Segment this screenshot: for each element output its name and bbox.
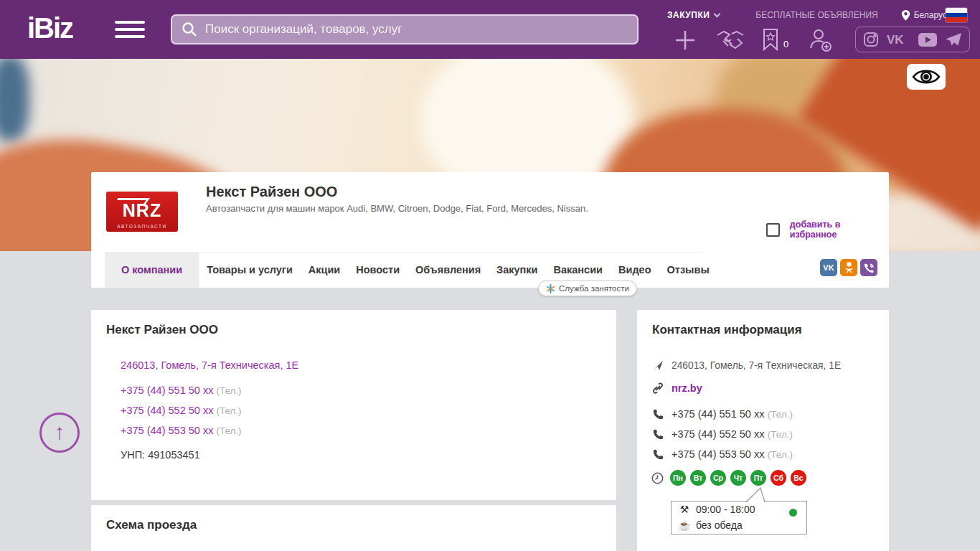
search-icon — [181, 21, 198, 38]
procurement-label: ЗАКУПКИ — [667, 10, 710, 20]
schedule-pointer — [745, 487, 776, 502]
handshake-icon[interactable] — [716, 29, 745, 51]
search-bar — [171, 14, 639, 44]
schedule-hours-row: ⚒ 09:00 - 18:00 — [672, 501, 806, 517]
phone-row: +375 (44) 551 50 xx (Тел.) — [121, 385, 242, 396]
phone-number[interactable]: +375 (44) 552 50 xx — [121, 405, 213, 416]
phone-number[interactable]: +375 (44) 553 50 xx — [672, 448, 764, 460]
contact-phone-row: +375 (44) 552 50 xx (Тел.) — [651, 428, 793, 441]
day-badge[interactable]: Чт — [730, 470, 746, 486]
header-actions: 0 VK — [667, 26, 980, 55]
day-badge[interactable]: Вс — [791, 470, 806, 486]
employment-service-tooltip: Служба занятости — [538, 281, 637, 296]
phone-icon — [653, 429, 664, 440]
add-plus-icon[interactable] — [674, 29, 696, 51]
phone-row: +375 (44) 552 50 xx (Тел.) — [121, 405, 242, 416]
tab-news[interactable]: Новости — [348, 253, 407, 288]
schedule-popup: ⚒ 09:00 - 18:00 ☕ без обеда — [671, 501, 807, 534]
tab-promotions[interactable]: Акции — [301, 253, 348, 288]
phone-number[interactable]: +375 (44) 553 50 xx — [121, 425, 213, 436]
free-ads-link[interactable]: БЕСПЛАТНЫЕ ОБЪЯВЛЕНИЯ — [755, 10, 877, 20]
phone-type-label: (Тел.) — [768, 449, 793, 460]
tooltip-label: Служба занятости — [559, 284, 629, 293]
contact-info-card: Контактная информация 246013, Гомель, 7-… — [637, 310, 889, 551]
unp-number: УНП: 491053451 — [121, 449, 200, 461]
chevron-down-icon — [714, 11, 721, 18]
phone-type-label: (Тел.) — [768, 409, 793, 420]
phone-number[interactable]: +375 (44) 551 50 xx — [672, 408, 764, 420]
phone-number[interactable]: +375 (44) 552 50 xx — [672, 428, 764, 440]
clock-icon — [651, 472, 664, 484]
company-name: Некст Райзен ООО — [206, 184, 337, 200]
hero-blob — [0, 59, 29, 141]
views-eye-badge[interactable] — [907, 64, 946, 90]
page: iBiz ЗАКУПКИ БЕСПЛАТНЫЕ ОБЪЯВЛЕНИЯ Белар… — [0, 0, 980, 551]
about-card-title: Некст Райзен ООО — [106, 323, 218, 337]
location-pin-icon — [901, 10, 910, 21]
logo-text: NRZ — [106, 200, 178, 221]
tab-about[interactable]: О компании — [105, 253, 199, 288]
odnoklassniki-button[interactable] — [840, 259, 857, 276]
instagram-icon[interactable] — [863, 32, 879, 47]
telegram-icon[interactable] — [945, 32, 962, 47]
location-selector[interactable]: Беларусь — [901, 10, 951, 21]
favorites-count: 0 — [783, 39, 788, 50]
procurement-menu[interactable]: ЗАКУПКИ — [667, 10, 720, 20]
logo-subtext: АВТОЗАПЧАСТИ — [106, 224, 178, 229]
company-description: Автозапчасти для машин марок Audi, BMW, … — [206, 203, 588, 214]
header-nav: ЗАКУПКИ БЕСПЛАТНЫЕ ОБЪЯВЛЕНИЯ Беларусь — [667, 9, 969, 22]
tab-ads[interactable]: Объявления — [407, 253, 489, 288]
about-card: Некст Райзен ООО 246013, Гомель, 7-я Тех… — [91, 310, 616, 500]
lunch-info: без обеда — [696, 519, 743, 531]
website-row: nrz.by — [651, 382, 702, 394]
scroll-to-top-button[interactable]: ↑ — [39, 413, 80, 453]
day-badge[interactable]: Сб — [771, 470, 786, 486]
working-hours: 09:00 - 18:00 — [696, 504, 755, 515]
working-days: Пн Вт Ср Чт Пт Сб Вс — [670, 470, 811, 486]
link-icon — [652, 382, 664, 394]
language-flag-ru[interactable] — [946, 8, 967, 22]
svg-text:VK: VK — [887, 33, 904, 47]
day-badge[interactable]: Вт — [690, 470, 706, 486]
schedule-lunch-row: ☕ без обеда — [672, 517, 806, 533]
search-input[interactable] — [205, 22, 628, 37]
vk-icon[interactable]: VK — [887, 32, 911, 47]
top-bar: iBiz ЗАКУПКИ БЕСПЛАТНЫЕ ОБЪЯВЛЕНИЯ Белар… — [0, 0, 980, 59]
favorite-checkbox[interactable] — [766, 223, 780, 237]
map-card-title: Схема проезда — [106, 518, 197, 532]
company-logo[interactable]: NRZ АВТОЗАПЧАСТИ — [106, 192, 178, 232]
phone-type-label: (Тел.) — [768, 429, 793, 440]
contact-address: 246013, Гомель, 7-я Техническая, 1Е — [672, 360, 841, 371]
phone-number[interactable]: +375 (44) 551 50 xx — [121, 385, 213, 396]
favorites-bookmark-icon[interactable] — [762, 28, 779, 51]
contact-card-title: Контактная информация — [652, 323, 802, 337]
phone-type-label: (Тел.) — [216, 425, 241, 436]
contact-phone-row: +375 (44) 553 50 xx (Тел.) — [651, 448, 793, 461]
tab-products[interactable]: Товары и услуги — [199, 253, 301, 288]
open-status-dot — [789, 509, 797, 517]
map-card: Схема проезда — [91, 505, 616, 551]
favorite-label: добавить в избранное — [790, 220, 889, 240]
user-register-icon[interactable] — [808, 28, 832, 52]
contact-phone-row: +375 (44) 551 50 xx (Тел.) — [651, 408, 793, 420]
day-badge[interactable]: Пн — [670, 470, 686, 486]
phone-icon — [653, 409, 664, 420]
vk-button[interactable]: VK — [820, 259, 837, 276]
company-social-buttons: VK — [817, 259, 877, 276]
youtube-icon[interactable] — [918, 33, 937, 47]
phone-row: +375 (44) 553 50 xx (Тел.) — [121, 425, 242, 436]
hamburger-menu-icon[interactable] — [115, 21, 145, 39]
website-link[interactable]: nrz.by — [672, 382, 702, 394]
up-arrow-icon: ↑ — [55, 421, 65, 443]
viber-icon — [864, 263, 875, 273]
site-logo[interactable]: iBiz — [27, 12, 72, 44]
add-to-favorites[interactable]: добавить в избранное — [766, 220, 889, 240]
company-address-link[interactable]: 246013, Гомель, 7-я Техническая, 1Е — [121, 359, 298, 371]
tab-procurement[interactable]: Закупки — [489, 253, 545, 288]
company-header-card: NRZ АВТОЗАПЧАСТИ Некст Райзен ООО Автоза… — [91, 172, 889, 288]
viber-button[interactable] — [860, 259, 877, 276]
tab-reviews[interactable]: Отзывы — [659, 253, 717, 288]
day-badge[interactable]: Ср — [710, 470, 726, 486]
day-badge[interactable]: Пт — [750, 470, 766, 486]
phone-icon — [653, 449, 664, 460]
